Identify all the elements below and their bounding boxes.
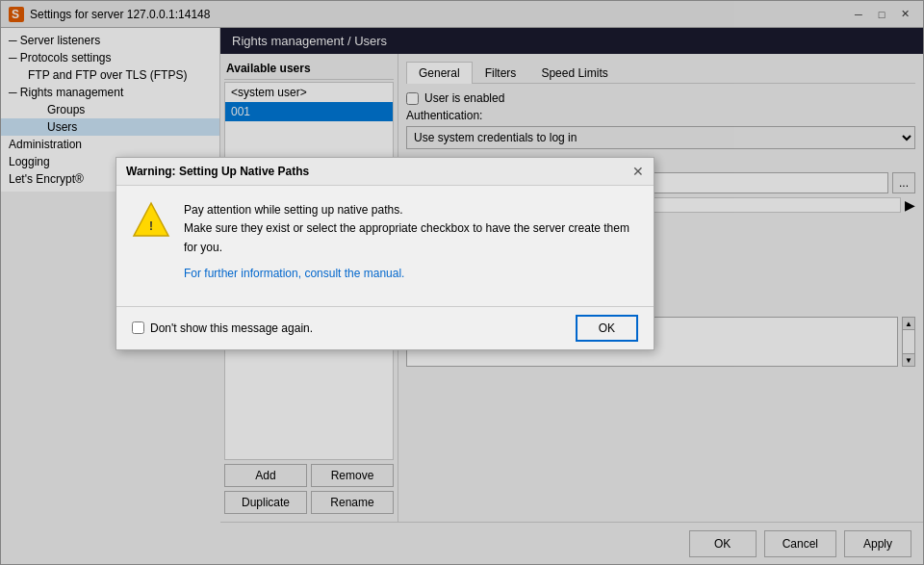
modal-ok-button[interactable]: OK — [576, 315, 638, 342]
warning-modal: Warning: Setting Up Native Paths ✕ ! Pay… — [116, 157, 654, 350]
modal-message-2: For further information, consult the man… — [184, 265, 638, 283]
dont-show-label: Don't show this message again. — [150, 321, 313, 335]
modal-titlebar: Warning: Setting Up Native Paths ✕ — [116, 158, 654, 186]
svg-text:!: ! — [149, 219, 153, 233]
warning-icon-wrap: ! — [132, 201, 170, 291]
modal-body: ! Pay attention while setting up native … — [116, 186, 654, 306]
dont-show-row: Don't show this message again. — [132, 321, 313, 335]
warning-icon: ! — [132, 201, 170, 240]
modal-overlay: Warning: Setting Up Native Paths ✕ ! Pay… — [0, 0, 924, 565]
modal-title: Warning: Setting Up Native Paths — [126, 165, 309, 178]
modal-message-1: Pay attention while setting up native pa… — [184, 201, 638, 257]
dont-show-checkbox[interactable] — [132, 321, 144, 334]
modal-close-button[interactable]: ✕ — [632, 164, 644, 179]
modal-footer: Don't show this message again. OK — [116, 306, 654, 349]
modal-text: Pay attention while setting up native pa… — [184, 201, 638, 291]
